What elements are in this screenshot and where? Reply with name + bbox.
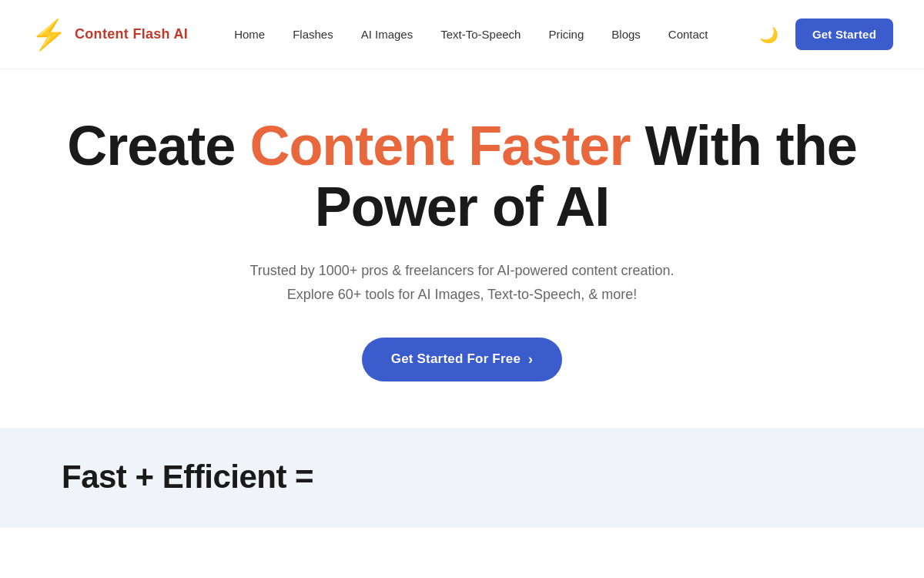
hero-title-highlight: Content Faster — [249, 115, 630, 176]
hero-cta-button[interactable]: Get Started For Free › — [362, 338, 563, 381]
brand-name: Content Flash AI — [75, 26, 188, 42]
hero-cta-label: Get Started For Free — [391, 351, 521, 367]
nav-contact[interactable]: Contact — [668, 28, 708, 41]
navbar: ⚡ Content Flash AI Home Flashes AI Image… — [0, 0, 924, 69]
moon-icon: 🌙 — [759, 25, 778, 44]
nav-text-to-speech[interactable]: Text-To-Speech — [440, 28, 521, 41]
nav-flashes[interactable]: Flashes — [293, 28, 333, 41]
hero-title-part1: Create — [67, 115, 249, 176]
hero-subtitle: Trusted by 1000+ pros & freelancers for … — [249, 259, 674, 306]
nav-right: 🌙 Get Started — [755, 18, 893, 50]
hero-section: Create Content Faster With the Power of … — [0, 69, 924, 428]
bottom-section: Fast + Efficient = — [0, 428, 924, 528]
dark-mode-button[interactable]: 🌙 — [755, 21, 783, 49]
nav-blogs[interactable]: Blogs — [611, 28, 641, 41]
logo-link[interactable]: ⚡ Content Flash AI — [31, 20, 188, 49]
chevron-right-icon: › — [528, 351, 533, 368]
nav-ai-images[interactable]: AI Images — [361, 28, 413, 41]
hero-title: Create Content Faster With the Power of … — [31, 116, 893, 237]
hero-subtitle-line2: Explore 60+ tools for AI Images, Text-to… — [287, 287, 637, 302]
nav-links: Home Flashes AI Images Text-To-Speech Pr… — [234, 28, 755, 41]
hero-subtitle-line1: Trusted by 1000+ pros & freelancers for … — [249, 263, 674, 278]
navbar-get-started-button[interactable]: Get Started — [795, 18, 893, 50]
bottom-heading: Fast + Efficient = — [62, 459, 313, 496]
lightning-icon: ⚡ — [31, 20, 67, 49]
nav-home[interactable]: Home — [234, 28, 265, 41]
nav-pricing[interactable]: Pricing — [548, 28, 584, 41]
